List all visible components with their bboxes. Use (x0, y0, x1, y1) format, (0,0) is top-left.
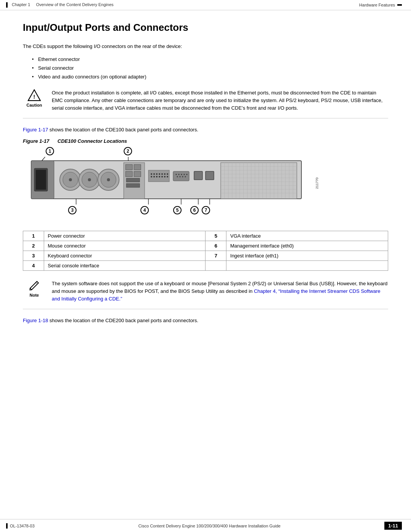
page-header: Chapter 1 Overview of the Content Delive… (0, 0, 411, 10)
right-label-cell: VGA interface (226, 231, 388, 241)
right-num-cell: 5 (206, 231, 226, 241)
figure-ref-2: Figure 1-18 shows the location of the CD… (23, 317, 388, 324)
svg-rect-5 (36, 170, 46, 190)
list-item: Video and audio connectors (on optional … (32, 72, 388, 81)
list-item: Ethernet connector (32, 55, 388, 64)
callout-6: 6 (190, 206, 199, 214)
svg-point-23 (151, 173, 152, 175)
label-cell: Mouse connector (44, 241, 206, 251)
svg-point-43 (177, 176, 178, 177)
caution-icon-area: ! Caution (23, 89, 46, 107)
header-border-accent (6, 2, 8, 8)
footer-left: OL-13478-03 (6, 523, 35, 529)
svg-rect-16 (126, 165, 132, 170)
table-row: 1 Power connector 5 VGA interface (23, 231, 388, 241)
footer-doc-ref: OL-13478-03 (10, 524, 35, 528)
device-svg (30, 157, 308, 206)
svg-point-8 (69, 178, 72, 181)
svg-rect-20 (126, 178, 140, 182)
svg-point-25 (156, 173, 158, 175)
svg-point-45 (182, 176, 183, 177)
page-number: 1-11 (384, 522, 402, 530)
svg-point-14 (107, 178, 110, 181)
caution-box: ! Caution Once the product installation … (23, 89, 388, 118)
footer-border-accent (6, 523, 8, 529)
footer-center-text: Cisco Content Delivery Engine 100/200/30… (139, 524, 281, 528)
svg-rect-47 (194, 171, 202, 180)
table-row: 2 Mouse connector 6 Management interface… (23, 241, 388, 251)
figure-number: 1-17 (39, 138, 49, 144)
svg-rect-37 (173, 171, 189, 181)
svg-rect-19 (134, 171, 141, 177)
device-image-wrapper: 1 2 (30, 147, 312, 223)
header-chapter-ref: Chapter 1 (12, 2, 30, 7)
figure-1-17-link[interactable]: Figure 1-17 (23, 127, 48, 133)
label-cell: Serial console interface (44, 260, 206, 270)
svg-point-38 (176, 174, 177, 175)
cde100-diagram: 1 2 (30, 147, 312, 223)
svg-rect-17 (134, 165, 141, 170)
note-box: Note The system software does not suppor… (23, 280, 388, 309)
svg-point-33 (159, 176, 160, 177)
header-right: Hardware Features (359, 3, 402, 7)
right-num-cell: 6 (206, 241, 226, 251)
figure-ref-1-rest: shows the location of the CDE100 back pa… (48, 127, 198, 133)
label-cell: Keyboard connector (44, 251, 206, 260)
table-row: 4 Serial console interface (23, 260, 388, 270)
caution-label: Caution (27, 103, 42, 107)
svg-point-27 (161, 173, 163, 175)
callout-4: 4 (140, 206, 149, 214)
note-pencil-icon (29, 280, 40, 291)
figure-label: Figure (23, 138, 39, 144)
right-num-cell: 7 (206, 251, 226, 260)
header-left: Chapter 1 Overview of the Content Delive… (6, 2, 113, 8)
connector-list: Ethernet connector Serial connector Vide… (32, 55, 388, 81)
right-label-cell (226, 260, 388, 270)
figure-title: CDE100 Connector Locations (57, 138, 127, 144)
figure-side-text: 211770 (315, 177, 319, 189)
svg-point-26 (159, 173, 160, 175)
callout-1: 1 (46, 147, 54, 155)
callout-5: 5 (173, 206, 182, 214)
figure-1-18-link[interactable]: Figure 1-18 (23, 318, 48, 323)
svg-point-30 (151, 176, 152, 177)
svg-point-24 (153, 173, 155, 175)
right-num-cell (206, 260, 226, 270)
header-section-title: Hardware Features (359, 3, 395, 7)
svg-point-32 (156, 176, 158, 177)
figure-ref-2-rest: shows the location of the CDE200 back pa… (48, 318, 198, 323)
figure-ref-1: Figure 1-17 shows the location of the CD… (23, 126, 388, 134)
svg-point-42 (186, 174, 188, 175)
svg-rect-18 (126, 171, 132, 177)
svg-point-35 (164, 176, 166, 177)
num-cell: 2 (23, 241, 44, 251)
right-label-cell: Management interface (eth0) (226, 241, 388, 251)
page-footer: OL-13478-03 Cisco Content Delivery Engin… (0, 519, 411, 532)
num-cell: 3 (23, 251, 44, 260)
note-text: The system software does not support the… (52, 280, 388, 303)
callout-2: 2 (124, 147, 132, 155)
caution-text: Once the product installation is complet… (52, 89, 388, 112)
svg-line-77 (42, 157, 50, 161)
connector-table: 1 Power connector 5 VGA interface 2 Mous… (23, 231, 388, 271)
callout-7: 7 (202, 206, 210, 214)
intro-paragraph: The CDEs support the following I/O conne… (23, 43, 388, 50)
svg-rect-21 (126, 184, 140, 187)
header-black-box (397, 4, 402, 6)
svg-text:!: ! (33, 94, 35, 100)
callout-3: 3 (68, 206, 76, 214)
figure-caption: Figure 1-17 CDE100 Connector Locations (23, 138, 388, 144)
note-label: Note (30, 293, 39, 297)
svg-point-31 (153, 176, 155, 177)
label-cell: Power connector (44, 231, 206, 241)
table-row: 3 Keyboard connector 7 Ingest interface … (23, 251, 388, 260)
main-content: Input/Output Ports and Connectors The CD… (0, 10, 411, 352)
list-item: Serial connector (32, 64, 388, 72)
svg-rect-48 (206, 171, 214, 180)
num-cell: 4 (23, 260, 44, 270)
svg-rect-22 (148, 170, 169, 182)
svg-point-46 (185, 176, 186, 177)
note-icon-area: Note (23, 280, 46, 297)
svg-point-41 (184, 174, 185, 175)
header-chapter-title: Overview of the Content Delivery Engines (36, 2, 114, 7)
